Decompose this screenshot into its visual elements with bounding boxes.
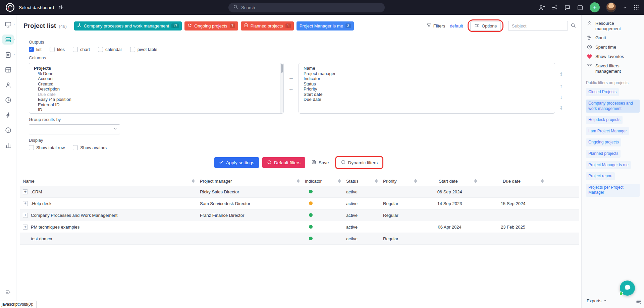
apply-settings-button[interactable]: Apply settings (214, 157, 259, 168)
chat-widget-button[interactable] (620, 281, 635, 296)
checklist-icon[interactable] (551, 4, 558, 11)
available-column[interactable]: Account (34, 76, 278, 81)
selected-column[interactable]: Priority (304, 86, 555, 92)
user-add-icon[interactable] (539, 4, 545, 11)
selected-column[interactable]: Start date (304, 92, 555, 97)
sort-icon[interactable] (297, 179, 300, 183)
move-up-button[interactable]: ↑ (560, 83, 562, 88)
listbox-scrollbar[interactable] (280, 63, 283, 113)
table-row[interactable]: +PM techniques examples active 06 Apr 20… (20, 221, 579, 233)
rail-chart-icon[interactable] (2, 140, 14, 150)
filter-chip[interactable]: Ongoing projects 7 (184, 21, 238, 30)
selected-column[interactable]: Due date (304, 97, 555, 102)
scrollbar-thumb[interactable] (281, 64, 283, 73)
output-option-tiles[interactable]: tiles (50, 47, 65, 52)
rail-dashboard-icon[interactable]: › (2, 19, 14, 29)
sidebar-item-gantt[interactable]: Gantt (586, 33, 641, 43)
public-filter-link[interactable]: Projects per Project Manager (586, 184, 640, 197)
sidebar-item-saved-filters-management[interactable]: Saved filters management (586, 61, 641, 76)
project-name[interactable]: PM techniques examples (31, 225, 79, 230)
save-button[interactable]: Save (309, 157, 332, 168)
global-search[interactable] (228, 3, 385, 12)
project-name[interactable]: .Help desk (31, 201, 51, 206)
options-button[interactable]: Options (470, 21, 501, 30)
group-by-select[interactable] (29, 124, 120, 134)
checkbox[interactable] (29, 47, 34, 52)
expand-row-button[interactable]: + (23, 213, 28, 218)
apps-grid-icon[interactable] (633, 4, 639, 10)
rail-users-icon[interactable] (2, 80, 14, 90)
rail-projects-icon[interactable]: › (2, 35, 14, 45)
sort-icon[interactable] (474, 179, 477, 183)
app-logo[interactable] (5, 3, 15, 12)
column-header-indicator[interactable]: Indicator (302, 176, 343, 186)
project-name[interactable]: Company Processes and Work Management (31, 213, 117, 218)
display-option-avatars[interactable]: Show avatars (73, 145, 107, 150)
selected-column[interactable]: Indicator (304, 76, 555, 81)
checkbox[interactable] (98, 47, 103, 52)
public-filter-link[interactable]: Project Manager is me (586, 161, 631, 169)
project-name[interactable]: test domca (31, 236, 52, 241)
swap-dashboard-icon[interactable] (58, 5, 63, 10)
subject-input[interactable] (508, 21, 568, 31)
calendar-icon[interactable] (577, 4, 583, 11)
available-columns-listbox[interactable]: Projects % Done Account Created Descript… (29, 63, 284, 114)
rail-bolt-icon[interactable] (2, 110, 14, 120)
filters-toggle[interactable]: Filters (426, 23, 445, 29)
table-row[interactable]: +.CRM Ricky Sales Director active 06 Sep… (20, 186, 579, 198)
move-left-button[interactable]: ← (288, 86, 294, 92)
exports-list-icon[interactable] (636, 299, 642, 306)
public-filter-link[interactable]: Helpdesk projects (586, 116, 623, 124)
move-down-button[interactable]: ↓ (560, 94, 562, 100)
display-option-total-row[interactable]: Show total row (29, 145, 65, 150)
rail-table-icon[interactable] (2, 65, 14, 75)
rail-tasks-icon[interactable]: › (2, 50, 14, 60)
default-filter-link[interactable]: default (450, 23, 463, 28)
chat-icon[interactable] (564, 4, 571, 11)
rail-time-icon[interactable] (2, 95, 14, 105)
filter-chip[interactable]: Project Manager is me 3 (297, 21, 354, 30)
expand-row-button[interactable]: + (23, 189, 28, 194)
checkbox[interactable] (73, 145, 78, 150)
available-column[interactable]: External ID (34, 102, 278, 108)
table-row[interactable]: +Company Processes and Work Management F… (20, 209, 579, 221)
sort-icon[interactable] (192, 179, 195, 183)
selected-columns-listbox[interactable]: Name Project manager Indicator Status Pr… (299, 63, 555, 114)
checkbox[interactable] (130, 47, 135, 52)
sort-icon[interactable] (414, 179, 417, 183)
column-header-priority[interactable]: Priority (380, 176, 420, 186)
available-column[interactable]: % Done (34, 71, 278, 76)
dynamic-filters-button[interactable]: Dynamic filters (338, 158, 381, 167)
checkbox[interactable] (50, 47, 55, 52)
checkbox[interactable] (73, 47, 78, 52)
public-filter-link[interactable]: Ongoing projects (586, 138, 621, 146)
public-filter-link[interactable]: Project report (586, 172, 615, 180)
available-column[interactable]: Easy r4a position (34, 97, 278, 102)
expand-row-button[interactable]: + (23, 201, 28, 206)
global-search-input[interactable] (241, 5, 380, 10)
filter-chip[interactable]: Company processes and work management 17 (74, 21, 182, 30)
move-to-bottom-button[interactable]: ↧ (559, 105, 564, 111)
default-filters-button[interactable]: Default filters (262, 157, 305, 168)
filter-chip[interactable]: Planned projects 1 (241, 21, 294, 30)
output-option-list[interactable]: list (29, 47, 42, 52)
table-row[interactable]: +.Help desk Sam Servicedesk Director act… (20, 198, 579, 209)
rail-info-icon[interactable] (2, 125, 14, 135)
public-filter-link[interactable]: Planned projects (586, 150, 621, 158)
move-to-top-button[interactable]: ↥ (559, 71, 564, 77)
column-header-status[interactable]: Status (343, 176, 380, 186)
output-option-chart[interactable]: chart (73, 47, 90, 52)
exports-toggle[interactable]: Exports (586, 297, 641, 305)
column-header-start-date[interactable]: Start date (420, 176, 480, 186)
project-name[interactable]: .CRM (31, 189, 42, 194)
public-filter-link[interactable]: Closed Projects (586, 88, 619, 96)
collapse-rail-icon[interactable] (5, 289, 11, 297)
expand-row-button[interactable]: + (23, 225, 28, 230)
sidebar-item-show-favorites[interactable]: Show favorites (586, 52, 641, 61)
available-column[interactable]: Description (34, 86, 278, 92)
table-row[interactable]: test domca active Regular (20, 233, 579, 245)
checkbox[interactable] (29, 145, 34, 150)
sort-icon[interactable] (541, 179, 544, 183)
sort-icon[interactable] (338, 179, 341, 183)
selected-column[interactable]: Status (304, 81, 555, 87)
